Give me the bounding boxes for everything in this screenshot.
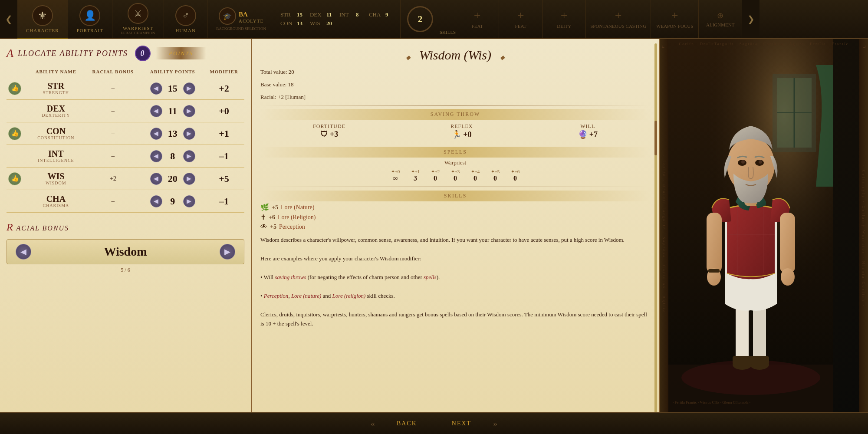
saving-throw-header: Saving Throw bbox=[260, 109, 650, 120]
svg-rect-14 bbox=[707, 213, 722, 273]
increment-cha[interactable]: ▶ bbox=[183, 195, 195, 207]
modifier-con: +1 bbox=[204, 122, 244, 145]
value-cha: 9 bbox=[164, 196, 181, 207]
table-row: 👍 STR Strength – ◀ 15 ▶ +2 bbox=[7, 77, 244, 100]
stats-box: STR 15 DEX 11 INT 8 CHA 9 CON 13 WIS 20 bbox=[275, 0, 401, 38]
spell-level-col: ✦+0∞ bbox=[389, 169, 402, 182]
ability-abbr-int: INT bbox=[30, 149, 83, 158]
skills-header: Skills bbox=[260, 191, 650, 201]
skill-icon: ✝ bbox=[260, 213, 266, 221]
svg-text:· Fertïla Frantïc · Vënrus Cïl: · Fertïla Frantïc · Vënrus Cïlts · Glenn… bbox=[673, 400, 750, 404]
spell-level-col: ✦+60 bbox=[509, 169, 522, 182]
decrement-dex[interactable]: ◀ bbox=[150, 105, 162, 117]
skill-bonus: +5 bbox=[272, 204, 278, 211]
decrement-cha[interactable]: ◀ bbox=[150, 195, 162, 207]
increment-con[interactable]: ▶ bbox=[183, 128, 195, 140]
race-icon: ♂ bbox=[175, 5, 196, 26]
weapon-focus-tab[interactable]: + Weapon Focus bbox=[651, 0, 699, 38]
fortitude-value: +3 bbox=[330, 130, 338, 139]
modifier-str: +2 bbox=[204, 77, 244, 100]
racial-bonus-int: – bbox=[84, 145, 141, 168]
ability-abbr-dex: DEX bbox=[30, 104, 83, 113]
racial-prev-btn[interactable]: ◀ bbox=[16, 244, 31, 260]
increment-wis[interactable]: ▶ bbox=[183, 173, 195, 185]
racial-next-btn[interactable]: ▶ bbox=[220, 244, 235, 260]
svg-rect-17 bbox=[780, 213, 795, 273]
col-ability-name-header: Ability Name bbox=[28, 66, 85, 77]
center-panel: Wisdom (Wis) Total value: 20 Base value:… bbox=[252, 39, 660, 434]
decrement-wis[interactable]: ◀ bbox=[150, 173, 162, 185]
value-con: 13 bbox=[164, 128, 181, 139]
increment-str[interactable]: ▶ bbox=[183, 82, 195, 95]
table-row: DEX Dexterity – ◀ 11 ▶ +0 bbox=[7, 100, 244, 122]
tab-character[interactable]: ⚜ Character bbox=[17, 0, 68, 38]
tab-background[interactable]: 🎓 BA Acolyte Background Selection bbox=[207, 0, 275, 38]
decrement-str[interactable]: ◀ bbox=[150, 82, 162, 95]
skill-item: 👁 +5 Perception bbox=[260, 223, 650, 231]
spell-level-col: ✦+13 bbox=[409, 169, 422, 182]
character-icon: ⚜ bbox=[32, 5, 53, 26]
col-modifier: Modifier bbox=[204, 66, 244, 77]
ability-full-cha: Charisma bbox=[30, 203, 83, 208]
nav-left-arrow[interactable]: ❮ bbox=[0, 0, 17, 38]
ability-table: Ability Name Racial Bonus Ability Points… bbox=[7, 66, 244, 213]
race-label: Human bbox=[175, 28, 196, 33]
recommend-btn-str[interactable]: 👍 bbox=[8, 82, 21, 95]
feat-label-1: Feat bbox=[472, 23, 483, 29]
recommend-btn-wis[interactable]: 👍 bbox=[8, 172, 21, 185]
value-str: 15 bbox=[164, 83, 181, 94]
skill-name: Lore (Nature) bbox=[281, 204, 314, 211]
next-double-arrow[interactable]: » bbox=[493, 419, 497, 429]
tab-portrait[interactable]: 👤 Portrait bbox=[68, 0, 112, 38]
back-double-arrow[interactable]: « bbox=[371, 419, 375, 429]
background-sublabel: Acolyte bbox=[239, 18, 263, 23]
stepper-dex: ◀ 11 ▶ bbox=[143, 105, 202, 117]
feat-tab-2[interactable]: + Feat bbox=[499, 0, 542, 38]
svg-point-23 bbox=[741, 160, 745, 164]
bottom-navigation: « Back Next » bbox=[0, 412, 868, 434]
background-icon: 🎓 bbox=[219, 7, 236, 25]
alignment-tab[interactable]: ⊕ Alignment bbox=[699, 0, 742, 38]
svg-point-24 bbox=[759, 160, 762, 164]
skills-points-badge[interactable]: 2 bbox=[407, 6, 433, 32]
nav-right-arrow[interactable]: ❯ bbox=[742, 0, 760, 38]
str-label: STR bbox=[280, 11, 293, 18]
skill-bonus: +5 bbox=[270, 224, 276, 230]
fortitude-icon: 🛡 bbox=[320, 130, 328, 139]
increment-int[interactable]: ▶ bbox=[183, 150, 195, 162]
class-sublabel: Feral Champion bbox=[121, 31, 155, 35]
spontaneous-casting-tab[interactable]: + Spontaneous Casting bbox=[586, 0, 651, 38]
modifier-cha: –1 bbox=[204, 190, 244, 213]
ability-abbr-str: STR bbox=[30, 82, 83, 90]
deity-tab[interactable]: + Deity bbox=[542, 0, 586, 38]
next-button[interactable]: Next bbox=[439, 417, 484, 431]
col-racial-bonus: Racial Bonus bbox=[84, 66, 141, 77]
modifier-int: –1 bbox=[204, 145, 244, 168]
recommend-btn-con[interactable]: 👍 bbox=[8, 127, 21, 140]
portrait-label: Portrait bbox=[77, 28, 103, 33]
ability-full-wis: Wisdom bbox=[30, 181, 83, 185]
skill-icon: 👁 bbox=[260, 223, 267, 231]
class-label: Warpriest bbox=[123, 26, 153, 31]
will-icon: 🔮 bbox=[578, 130, 588, 139]
back-button[interactable]: Back bbox=[384, 417, 430, 431]
ability-full-con: Constitution bbox=[30, 135, 83, 140]
decrement-int[interactable]: ◀ bbox=[150, 150, 162, 162]
decrement-con[interactable]: ◀ bbox=[150, 128, 162, 140]
racial-bonus-wis: +2 bbox=[84, 168, 141, 190]
deity-plus-icon: + bbox=[561, 10, 568, 22]
skill-item: 🌿 +5 Lore (Nature) bbox=[260, 203, 650, 211]
description-text: Wisdom describes a character's willpower… bbox=[260, 235, 650, 328]
feat-tab-1[interactable]: + Feat bbox=[456, 0, 499, 38]
skills-label: Skills bbox=[440, 30, 456, 38]
tab-class[interactable]: ⚔ Warpriest Feral Champion bbox=[112, 0, 164, 38]
portrait-top-border: Corïfn · ÐruïltTargulfr · Sagrôsa · Carr… bbox=[668, 42, 859, 46]
scrollbar[interactable] bbox=[654, 43, 657, 430]
allocate-ability-header: llocate Ability Points 0 Points bbox=[7, 46, 244, 61]
increment-dex[interactable]: ▶ bbox=[183, 105, 195, 117]
tab-race[interactable]: ♂ Human bbox=[164, 0, 207, 38]
save-reflex: Reflex 🏃 +0 bbox=[450, 123, 473, 139]
right-panel: · Corïfn · Ðruïdlt Targulfr · Sagrôsa · … bbox=[660, 39, 868, 434]
value-wis: 20 bbox=[164, 173, 181, 184]
weapon-focus-label: Weapon Focus bbox=[656, 23, 693, 29]
